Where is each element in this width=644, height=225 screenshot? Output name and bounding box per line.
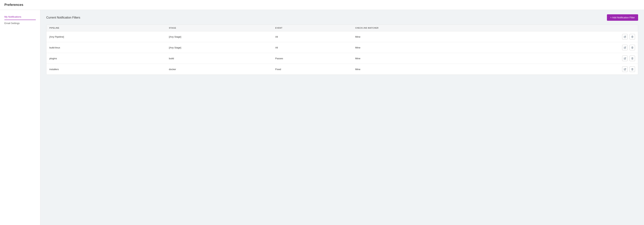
cell-stage: build <box>166 53 272 64</box>
notification-filters-table-container: PIPELINE STAGE EVENT CHECK-INS MATCHER [… <box>46 24 638 75</box>
cell-pipeline: build-linux <box>46 42 166 53</box>
edit-button[interactable] <box>622 56 628 61</box>
cell-event: Fixed <box>272 64 352 75</box>
sidebar-item-label: Email Settings <box>4 22 20 24</box>
table-row: installers docker Fixed Mine <box>46 64 638 75</box>
cell-pipeline: [Any Pipeline] <box>46 32 166 42</box>
delete-button[interactable] <box>630 45 635 50</box>
cell-actions <box>523 53 638 64</box>
column-header-checkins-matcher: CHECK-INS MATCHER <box>352 24 523 32</box>
edit-button[interactable] <box>622 45 628 50</box>
sidebar-item-label: My Notifications <box>4 16 21 18</box>
page-body: My Notifications Email Settings Current … <box>0 10 644 225</box>
cell-checkins-matcher: Mine <box>352 53 523 64</box>
table-header-row: PIPELINE STAGE EVENT CHECK-INS MATCHER <box>46 24 638 32</box>
cell-checkins-matcher: Mine <box>352 42 523 53</box>
table-row: plugins build Passes Mine <box>46 53 638 64</box>
sidebar-item-my-notifications[interactable]: My Notifications <box>0 14 40 20</box>
delete-button[interactable] <box>630 34 635 40</box>
column-header-event: EVENT <box>272 24 352 32</box>
edit-button[interactable] <box>622 66 628 72</box>
main-content: Current Notification Filters + Add Notif… <box>40 10 644 225</box>
table-row: build-linux [Any Stage] All Mine <box>46 42 638 53</box>
column-header-actions <box>523 24 638 32</box>
column-header-stage: STAGE <box>166 24 272 32</box>
add-notification-filter-button[interactable]: + Add Notification Filter <box>607 14 638 21</box>
page-title: Preferences <box>4 3 23 6</box>
cell-actions <box>523 32 638 42</box>
cell-event: Passes <box>272 53 352 64</box>
sidebar: My Notifications Email Settings <box>0 10 40 225</box>
cell-stage: [Any Stage] <box>166 42 272 53</box>
table-row: [Any Pipeline] [Any Stage] All Mine <box>46 32 638 42</box>
cell-pipeline: plugins <box>46 53 166 64</box>
edit-button[interactable] <box>622 34 628 40</box>
cell-event: All <box>272 32 352 42</box>
cell-actions <box>523 42 638 53</box>
cell-stage: docker <box>166 64 272 75</box>
table-header: PIPELINE STAGE EVENT CHECK-INS MATCHER <box>46 24 638 32</box>
column-header-pipeline: PIPELINE <box>46 24 166 32</box>
cell-pipeline: installers <box>46 64 166 75</box>
table-body: [Any Pipeline] [Any Stage] All Mine <box>46 32 638 75</box>
cell-event: All <box>272 42 352 53</box>
section-title: Current Notification Filters <box>46 16 80 19</box>
cell-checkins-matcher: Mine <box>352 64 523 75</box>
notification-filters-table: PIPELINE STAGE EVENT CHECK-INS MATCHER [… <box>46 24 638 74</box>
cell-stage: [Any Stage] <box>166 32 272 42</box>
cell-checkins-matcher: Mine <box>352 32 523 42</box>
page-header: Preferences <box>0 0 644 10</box>
content-header: Current Notification Filters + Add Notif… <box>46 14 638 21</box>
sidebar-item-email-settings[interactable]: Email Settings <box>0 20 40 26</box>
delete-button[interactable] <box>630 56 635 61</box>
cell-actions <box>523 64 638 75</box>
delete-button[interactable] <box>630 66 635 72</box>
